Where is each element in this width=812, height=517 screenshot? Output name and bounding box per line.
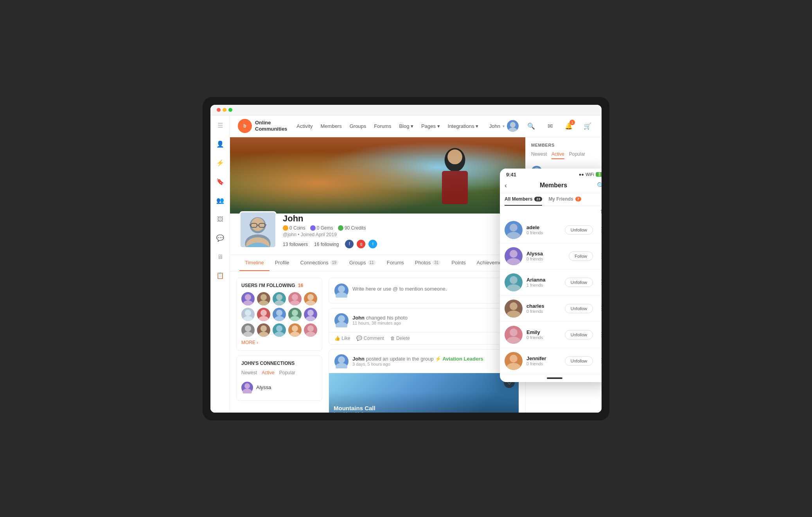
svg-point-77 (510, 276, 517, 284)
post-card-1: John changed his photo 11 hours, 38 minu… (329, 308, 519, 345)
following-avatar-2[interactable] (257, 292, 270, 305)
charles-unfollow-button[interactable]: Unfollow (565, 304, 593, 313)
nav-pages[interactable]: Pages ▾ (421, 123, 440, 129)
like-button-1[interactable]: 👍 Like (334, 336, 350, 341)
user-menu[interactable]: John ▾ (489, 120, 519, 132)
svg-point-32 (290, 316, 300, 321)
messages-button[interactable]: ✉ (544, 120, 556, 132)
following-avatar-13[interactable] (273, 323, 286, 337)
post-image: Mountains Call from Marty Mellway ♡ (329, 373, 519, 413)
svg-rect-3 (442, 171, 468, 204)
search-button[interactable]: 🔍 (525, 120, 537, 132)
sidebar-notes-icon[interactable]: 📋 (215, 270, 226, 281)
nav-forums[interactable]: Forums (374, 123, 391, 129)
tab-groups[interactable]: Groups 11 (344, 255, 381, 271)
mobile-alyssa-name: Alyssa (526, 251, 565, 257)
tab-forums[interactable]: Forums (381, 255, 410, 271)
emily-unfollow-button[interactable]: Unfollow (565, 330, 593, 339)
tab-points[interactable]: Points (446, 255, 471, 271)
tab-connections[interactable]: Connections 19 (295, 255, 344, 271)
delete-button-1[interactable]: 🗑 Delete (390, 336, 410, 341)
alyssa-follow-button[interactable]: Follow (569, 251, 593, 261)
nav-members[interactable]: Members (321, 123, 342, 129)
adele-more-button[interactable]: ⋮ (598, 226, 602, 233)
members-tab-newest[interactable]: Newest (531, 151, 547, 159)
social-icons: f g t (345, 240, 377, 248)
following-more-link[interactable]: MORE › (241, 340, 258, 345)
mobile-adele-avatar (505, 221, 523, 239)
facebook-icon[interactable]: f (345, 240, 354, 248)
svg-point-1 (508, 127, 517, 132)
mobile-jennifer-avatar (505, 352, 523, 370)
logo[interactable]: b Online Communities (238, 119, 287, 133)
close-dot[interactable] (217, 108, 221, 112)
sidebar-menu-icon[interactable]: ☰ (215, 120, 226, 131)
arianna-unfollow-button[interactable]: Unfollow (565, 278, 593, 287)
following-avatar-10[interactable] (304, 308, 317, 321)
following-avatar-7[interactable] (257, 308, 270, 321)
nav-integrations[interactable]: Integrations ▾ (448, 123, 479, 129)
fullscreen-dot[interactable] (228, 108, 232, 112)
svg-point-84 (507, 363, 521, 370)
followers-stat[interactable]: 13 followers (283, 242, 308, 247)
tab-profile[interactable]: Profile (269, 255, 295, 271)
sidebar-activity-icon[interactable]: ⚡ (215, 158, 226, 169)
following-avatar-14[interactable] (288, 323, 302, 337)
following-avatar-15[interactable] (304, 323, 317, 337)
coins-badge: 0 Coins (283, 225, 305, 231)
connections-section: JOHN'S CONNECTIONS Newest Active Popular (236, 355, 322, 401)
following-avatar-3[interactable] (273, 292, 286, 305)
minimize-dot[interactable] (223, 108, 226, 112)
nav-blog[interactable]: Blog ▾ (399, 123, 413, 129)
credit-icon (338, 225, 343, 231)
jennifer-more-button[interactable]: ⋮ (598, 357, 602, 364)
alyssa-more-button[interactable]: ⋮ (598, 252, 602, 260)
mobile-tab-all-members[interactable]: All Members 23 (505, 196, 542, 206)
svg-point-48 (336, 292, 347, 298)
sidebar-friends-icon[interactable]: 👥 (215, 195, 226, 206)
following-avatar-5[interactable] (304, 292, 317, 305)
adele-unfollow-button[interactable]: Unfollow (565, 225, 593, 235)
following-avatar-9[interactable] (288, 308, 302, 321)
tab-photos[interactable]: Photos 31 (410, 255, 446, 271)
arianna-more-button[interactable]: ⋮ (598, 278, 602, 286)
user-avatar[interactable] (507, 120, 519, 132)
twitter-icon[interactable]: t (368, 240, 377, 248)
members-tab-popular[interactable]: Popular (569, 151, 585, 159)
following-avatar-4[interactable] (288, 292, 302, 305)
cart-button[interactable]: 🛒 (581, 120, 594, 132)
mobile-back-button[interactable]: ‹ (505, 181, 507, 190)
gems-badge: 0 Gems (310, 225, 333, 231)
members-tab-active[interactable]: Active (552, 151, 564, 159)
following-avatar-1[interactable] (241, 292, 255, 305)
conn-tab-newest[interactable]: Newest (241, 370, 257, 375)
nav-groups[interactable]: Groups (350, 123, 366, 129)
conn-tab-active[interactable]: Active (262, 370, 275, 375)
following-avatar-8[interactable] (273, 308, 286, 321)
sidebar-user-icon[interactable]: 👤 (215, 139, 226, 150)
tab-timeline[interactable]: Timeline (239, 255, 269, 271)
google-icon[interactable]: g (357, 240, 365, 248)
nav-activity[interactable]: Activity (296, 123, 313, 129)
sidebar-bookmark-icon[interactable]: 🔖 (215, 176, 226, 187)
mobile-tab-my-friends[interactable]: My Friends 7 (548, 196, 581, 206)
notifications-button[interactable]: 🔔 1 (562, 120, 575, 132)
following-stat[interactable]: 16 following (314, 242, 339, 247)
following-avatar-12[interactable] (257, 323, 270, 337)
sort-icon[interactable]: ⇅ (600, 208, 602, 215)
connection-item-alyssa[interactable]: Alyssa (241, 379, 317, 396)
sidebar-chat-icon[interactable]: 💬 (215, 233, 226, 244)
mobile-search-icon[interactable]: 🔍 (597, 182, 602, 189)
sidebar-monitor-icon[interactable]: 🖥 (215, 251, 226, 262)
emily-more-button[interactable]: ⋮ (598, 331, 602, 338)
following-avatar-11[interactable] (241, 323, 255, 337)
sidebar-gallery-icon[interactable]: 🖼 (215, 214, 226, 225)
following-avatar-6[interactable] (241, 308, 255, 321)
svg-point-26 (243, 316, 253, 321)
charles-more-button[interactable]: ⋮ (598, 305, 602, 312)
conn-tab-popular[interactable]: Popular (279, 370, 295, 375)
compose-input[interactable] (352, 284, 513, 294)
comment-button-1[interactable]: 💬 Comment (356, 336, 384, 341)
jennifer-unfollow-button[interactable]: Unfollow (565, 356, 593, 366)
svg-point-43 (307, 325, 314, 332)
